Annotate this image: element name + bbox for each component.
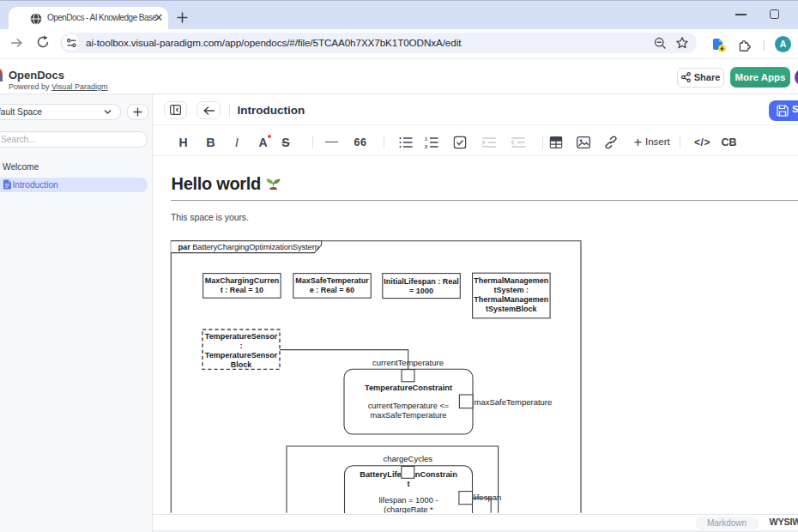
svg-text:TemperatureSensor: TemperatureSensor [205, 351, 278, 360]
svg-text:MaxSafeTemperatur: MaxSafeTemperatur [295, 276, 369, 285]
svg-text:par BatteryChargingOptimizatio: par BatteryChargingOptimizationSystem [178, 242, 319, 251]
svg-text:(chargeRate *: (chargeRate * [384, 505, 433, 513]
svg-text:e : Real = 60: e : Real = 60 [310, 286, 354, 294]
svg-text:TemperatureConstraint: TemperatureConstraint [365, 384, 452, 392]
svg-text:chargeCycles: chargeCycles [384, 454, 433, 463]
svg-text:currentTemperature: currentTemperature [372, 358, 444, 367]
svg-text::: : [240, 342, 243, 350]
svg-text:2: 2 [425, 143, 427, 148]
svg-text:maxSafeTemperature: maxSafeTemperature [475, 397, 553, 407]
svg-text:= 1000: = 1000 [409, 287, 433, 295]
svg-text:t : Real = 10: t : Real = 10 [221, 286, 263, 294]
svg-text:maxSafeTemperature: maxSafeTemperature [371, 411, 447, 420]
svg-text:tSystem :: tSystem : [494, 286, 529, 294]
svg-text:TemperatureSensor: TemperatureSensor [205, 332, 278, 341]
svg-text:tSystemBlock: tSystemBlock [486, 305, 538, 313]
svg-text:ThermalManagemen: ThermalManagemen [474, 295, 548, 304]
svg-text:Block: Block [231, 360, 253, 369]
svg-text:lifespan = 1000 -: lifespan = 1000 - [378, 496, 438, 505]
svg-text:InitialLifespan : Real: InitialLifespan : Real [384, 277, 459, 286]
svg-text:1: 1 [425, 136, 427, 142]
svg-text:t: t [407, 480, 409, 488]
svg-text:ThermalManagemen: ThermalManagemen [474, 276, 548, 285]
svg-text:lifespan: lifespan [474, 493, 502, 502]
svg-text:MaxChargingCurren: MaxChargingCurren [205, 276, 280, 285]
svg-text:currentTemperature <=: currentTemperature <= [368, 402, 450, 410]
